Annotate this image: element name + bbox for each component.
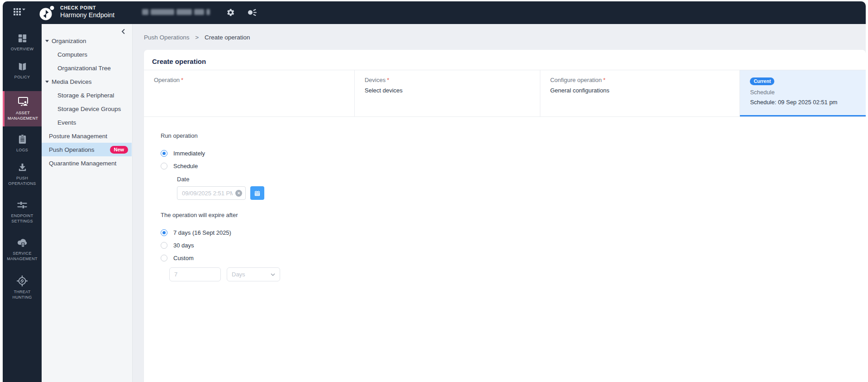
rail-item-logs[interactable]: LOGS [3,134,42,153]
radio-label: 30 days [173,242,194,249]
step-label: Configure operation [550,77,602,83]
sidebar-item-label: Events [57,119,76,126]
rail-item-label: THREAT HUNTING [4,289,40,300]
monitor-user-icon [17,97,29,107]
check-point-logo [38,4,56,24]
brand-name: CHECK POINT [60,5,114,10]
rail-item-push-operations[interactable]: PUSH OPERATIONS [3,162,42,186]
radio-button-icon [161,255,167,261]
radio-button-icon [161,242,167,249]
required-mark: * [603,77,606,83]
sidebar-item-storage-device-groups[interactable]: Storage Device Groups [42,102,132,116]
main-content: Push Operations > Create operation Creat… [133,24,866,382]
sidebar-item-organization[interactable]: Organization [42,34,132,48]
sidebar-item-label: Push Operations [49,146,95,153]
rail-item-label: OVERVIEW [11,46,34,52]
custom-value-input[interactable] [169,267,221,281]
sidebar-item-label: Quarantine Management [49,160,116,167]
radio-label: Custom [173,255,194,261]
rail-item-asset-management[interactable]: ASSET MANAGEMENT [3,91,42,126]
radio-custom[interactable]: Custom [161,255,866,261]
rail-item-label: POLICY [14,74,30,80]
broadcast-icon[interactable] [247,8,257,19]
current-badge: Current [750,77,774,85]
step-operation[interactable]: Operation* [144,70,355,116]
download-icon [17,162,28,173]
sidebar-item-label: Posture Management [49,133,107,140]
sidebar-item-label: Organization [52,38,86,44]
book-icon [17,61,28,72]
step-subtitle: General configurations [550,87,730,94]
radio-7-days[interactable]: 7 days (16 Sept 2025) [161,229,866,236]
sidebar-tree: Organization Computers Organizational Tr… [42,34,132,170]
sidebar-item-label: Computers [57,51,87,58]
sidebar-item-label: Storage & Peripheral [57,92,114,99]
app-launcher-icon[interactable] [14,8,26,18]
chevron-down-icon [271,273,275,276]
run-operation-label: Run operation [161,132,866,139]
product-name: Harmony Endpoint [60,11,114,19]
select-value: Days [232,271,245,278]
date-block: Date ✕ [177,176,866,200]
rail-item-endpoint-settings[interactable]: ENDPOINT SETTINGS [3,200,42,224]
radio-30-days[interactable]: 30 days [161,242,866,249]
step-subtitle: Schedule: 09 Sep 2025 02:51 pm [750,99,856,106]
sidebar-item-quarantine-management[interactable]: Quarantine Management [42,156,132,170]
custom-expire-row: Days [169,267,866,281]
step-subtitle: Select devices [365,87,530,94]
sidebar-item-events[interactable]: Events [42,116,132,129]
schedule-form: Run operation Immediately Schedule Date [144,117,866,382]
rail-item-threat-hunting[interactable]: THREAT HUNTING [3,276,42,300]
calendar-button[interactable] [250,186,264,200]
required-mark: * [387,77,389,83]
sidebar-item-organizational-tree[interactable]: Organizational Tree [42,61,132,75]
sidebar-item-storage-peripheral[interactable]: Storage & Peripheral [42,88,132,102]
step-label: Schedule [750,89,856,96]
sidebar-item-label: Storage Device Groups [57,106,121,112]
gear-icon[interactable] [226,8,235,19]
step-schedule-current[interactable]: Current Schedule Schedule: 09 Sep 2025 0… [740,70,866,116]
new-badge: New [110,146,129,154]
sidebar-item-posture-management[interactable]: Posture Management [42,129,132,143]
grid-waffle-icon [14,8,26,16]
step-configure-operation[interactable]: Configure operation* General configurati… [540,70,740,116]
rail-item-label: LOGS [16,147,28,153]
rail-item-policy[interactable]: POLICY [3,61,42,80]
rail-item-label: SERVICE MANAGEMENT [4,251,40,261]
radio-label: Immediately [173,150,205,157]
sidebar-item-label: Media Devices [52,78,92,85]
rail-item-overview[interactable]: OVERVIEW [3,33,42,52]
step-label: Devices [365,77,386,83]
top-bar: CHECK POINT Harmony Endpoint [3,1,866,24]
nav-rail: OVERVIEW POLICY ASSET MANAGEMENT [3,24,42,382]
rail-item-service-management[interactable]: SERVICE MANAGEMENT [3,237,42,261]
radio-button-icon [161,150,167,157]
sidebar-item-push-operations[interactable]: Push Operations New [42,143,132,156]
tenant-name-redacted[interactable] [142,9,210,15]
breadcrumb: Push Operations > Create operation [144,34,250,41]
radio-label: 7 days (16 Sept 2025) [173,229,231,236]
sidebar-item-computers[interactable]: Computers [42,48,132,61]
caret-down-icon [45,81,49,83]
create-operation-card: Create operation Operation* Devices* Sel… [144,50,866,382]
date-label: Date [177,176,866,183]
rail-item-label: ENDPOINT SETTINGS [4,213,40,224]
sidebar-tree-panel: Organization Computers Organizational Tr… [42,24,133,382]
circle-x-icon[interactable]: ✕ [235,190,242,197]
required-mark: * [181,77,183,83]
sliders-icon [17,200,28,210]
expire-radio-group: 7 days (16 Sept 2025) 30 days Custom [161,229,866,261]
caret-down-icon [45,40,49,42]
radio-schedule[interactable]: Schedule [161,163,866,169]
step-devices[interactable]: Devices* Select devices [355,70,540,116]
breadcrumb-push-operations[interactable]: Push Operations [144,34,190,41]
calendar-icon [254,190,261,197]
rail-item-label: PUSH OPERATIONS [4,175,40,186]
custom-unit-select[interactable]: Days [227,267,280,281]
step-label: Operation [154,77,180,83]
radio-button-icon [161,229,167,236]
radio-immediately[interactable]: Immediately [161,150,866,157]
sidebar-item-media-devices[interactable]: Media Devices [42,75,132,88]
breadcrumb-current: Create operation [205,34,250,41]
radio-label: Schedule [173,163,198,169]
